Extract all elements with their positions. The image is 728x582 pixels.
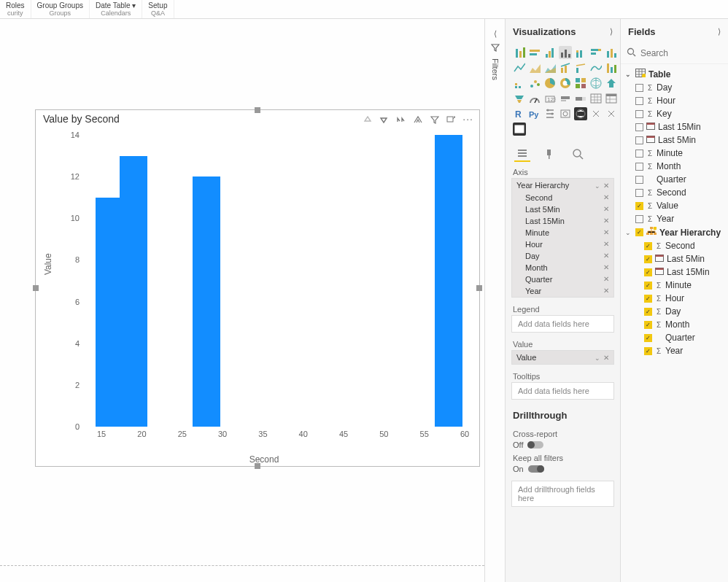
level-checkbox[interactable]: ✓: [644, 268, 652, 276]
viz-type-tile[interactable]: [605, 107, 618, 120]
report-canvas[interactable]: Value by Second ··· Value Second: [0, 19, 484, 582]
hierarchy-level[interactable]: ✓ΣHour: [643, 292, 725, 305]
analytics-tab[interactable]: [570, 146, 586, 162]
ribbon-group[interactable]: Group GroupsGroups: [31, 0, 90, 18]
viz-type-tile[interactable]: [559, 107, 572, 120]
viz-type-tile[interactable]: [543, 61, 557, 74]
chart-visual[interactable]: Value by Second ··· Value Second: [35, 109, 480, 467]
viz-type-tile[interactable]: [589, 77, 603, 90]
viz-type-tile[interactable]: [543, 77, 557, 90]
viz-type-tile[interactable]: [528, 92, 541, 105]
collapse-fields-icon[interactable]: ⟩: [718, 27, 721, 36]
hierarchy-level[interactable]: ✓ Quarter: [643, 331, 725, 344]
field-item[interactable]: Last 15Min: [634, 120, 725, 133]
expand-next-level-icon[interactable]: [395, 113, 406, 125]
bar[interactable]: [120, 156, 147, 427]
ribbon-group[interactable]: SetupQ&A: [142, 0, 174, 18]
hierarchy-level[interactable]: ✓ΣMonth: [643, 318, 725, 331]
drillthrough-field-well[interactable]: Add drillthrough fields here: [511, 481, 614, 507]
remove-axis-hierarchy[interactable]: ✕: [603, 182, 609, 190]
level-checkbox[interactable]: ✓: [644, 321, 652, 329]
remove-axis-item[interactable]: ✕: [603, 275, 609, 284]
field-item[interactable]: ΣDay: [634, 81, 725, 94]
axis-field-well[interactable]: Year Hierarchy ⌄✕ Second✕Last 5Min✕Last …: [511, 178, 614, 298]
viz-type-tile[interactable]: [589, 107, 603, 120]
resize-handle-right[interactable]: [476, 285, 482, 291]
fields-tab[interactable]: [514, 146, 530, 162]
bar[interactable]: [435, 135, 462, 427]
level-checkbox[interactable]: ✓: [644, 242, 652, 250]
field-checkbox[interactable]: [635, 150, 643, 158]
filters-pane-collapsed[interactable]: ⟨ Filters: [484, 19, 505, 582]
viz-type-tile[interactable]: R: [513, 107, 526, 120]
remove-axis-item[interactable]: ✕: [603, 252, 609, 260]
viz-type-tile[interactable]: [605, 92, 618, 105]
field-checkbox[interactable]: ✓: [635, 202, 643, 210]
bar[interactable]: [193, 176, 220, 427]
drill-up-icon[interactable]: [363, 113, 372, 125]
hierarchy-level[interactable]: ✓Last 5Min: [643, 252, 725, 265]
remove-axis-item[interactable]: ✕: [603, 228, 609, 237]
hierarchy-node[interactable]: ⌄ ✓ Year Hierarchy: [624, 225, 725, 239]
keep-all-filters-toggle[interactable]: On: [513, 465, 613, 473]
field-item[interactable]: Last 5Min: [634, 133, 725, 147]
field-item[interactable]: ΣKey: [634, 107, 725, 120]
more-options-icon[interactable]: ···: [462, 113, 473, 125]
field-item[interactable]: Quarter: [634, 173, 725, 186]
viz-type-tile[interactable]: [528, 46, 541, 59]
viz-type-tile[interactable]: [513, 123, 526, 136]
hierarchy-level[interactable]: ✓ΣSecond: [643, 239, 725, 252]
viz-type-tile[interactable]: [513, 92, 526, 105]
field-checkbox[interactable]: [635, 97, 643, 105]
field-item[interactable]: ΣMonth: [634, 160, 725, 173]
viz-type-tile[interactable]: [513, 77, 526, 90]
legend-field-well[interactable]: Add data fields here: [511, 315, 614, 333]
filter-icon[interactable]: [430, 113, 439, 125]
remove-axis-item[interactable]: ✕: [603, 217, 609, 225]
viz-type-tile[interactable]: [543, 107, 557, 120]
format-tab[interactable]: [542, 146, 558, 162]
viz-type-tile[interactable]: [574, 77, 587, 90]
resize-handle-left[interactable]: [33, 285, 39, 291]
remove-axis-item[interactable]: ✕: [603, 193, 609, 202]
drill-down-icon[interactable]: [379, 113, 388, 125]
level-checkbox[interactable]: ✓: [644, 295, 652, 303]
level-checkbox[interactable]: ✓: [644, 308, 652, 316]
hierarchy-checkbox[interactable]: ✓: [635, 228, 643, 236]
field-item[interactable]: ΣMinute: [634, 147, 725, 160]
field-checkbox[interactable]: [635, 215, 643, 223]
viz-type-tile[interactable]: [559, 92, 572, 105]
viz-type-tile[interactable]: [605, 61, 618, 74]
field-checkbox[interactable]: [635, 189, 643, 197]
tooltips-field-well[interactable]: Add data fields here: [511, 382, 614, 400]
viz-type-tile[interactable]: [528, 61, 541, 74]
value-field-well[interactable]: Value ⌄✕: [511, 350, 614, 365]
fields-search[interactable]: [621, 43, 728, 64]
viz-type-tile[interactable]: [605, 77, 618, 90]
viz-type-tile[interactable]: 123: [543, 92, 557, 105]
expand-all-icon[interactable]: [413, 113, 423, 125]
field-item[interactable]: ΣYear: [634, 212, 725, 225]
viz-type-tile[interactable]: [574, 107, 587, 120]
field-checkbox[interactable]: [635, 176, 643, 184]
viz-type-tile[interactable]: [589, 92, 603, 105]
hierarchy-level[interactable]: ✓ΣMinute: [643, 279, 725, 292]
viz-type-tile[interactable]: [513, 61, 526, 74]
expand-filters-icon[interactable]: ⟨: [494, 29, 497, 39]
level-checkbox[interactable]: ✓: [644, 282, 652, 290]
resize-handle-top[interactable]: [255, 107, 260, 113]
field-item[interactable]: ΣSecond: [634, 186, 725, 199]
remove-axis-item[interactable]: ✕: [603, 205, 609, 214]
table-node[interactable]: ⌄ Table: [624, 67, 725, 81]
level-checkbox[interactable]: ✓: [644, 255, 652, 263]
viz-type-tile[interactable]: [543, 46, 557, 59]
viz-type-tile[interactable]: [589, 46, 603, 59]
field-item[interactable]: ✓ΣValue: [634, 199, 725, 212]
level-checkbox[interactable]: ✓: [644, 334, 652, 342]
viz-type-tile[interactable]: [589, 61, 603, 74]
cross-report-toggle[interactable]: Off: [513, 441, 613, 449]
remove-axis-item[interactable]: ✕: [603, 263, 609, 272]
viz-type-tile[interactable]: [528, 77, 541, 90]
viz-type-tile[interactable]: [559, 77, 572, 90]
field-checkbox[interactable]: [635, 136, 643, 144]
